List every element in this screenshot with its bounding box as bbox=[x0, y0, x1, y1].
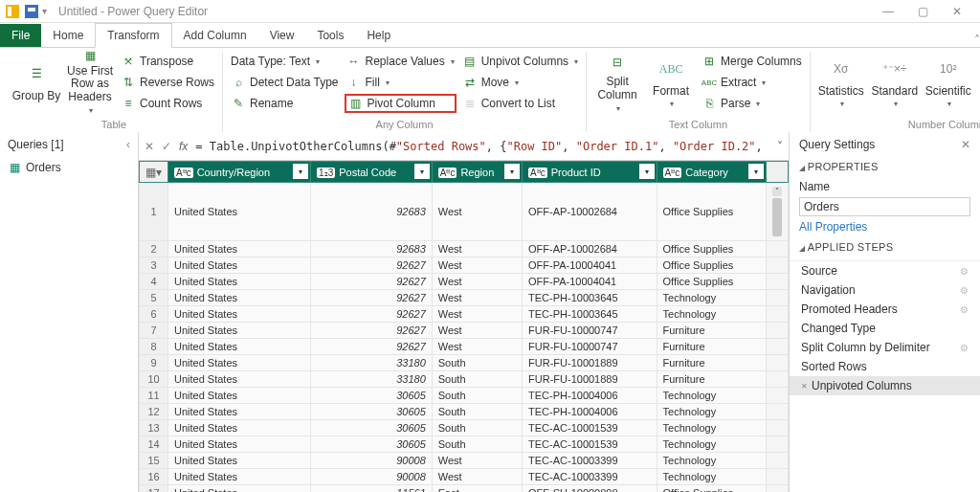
table-row[interactable]: 6United States92627WestTEC-PH-10003645Te… bbox=[140, 306, 789, 323]
merge-columns-button[interactable]: ⊞Merge Columns bbox=[700, 52, 804, 71]
row-corner[interactable]: ▦▾ bbox=[140, 162, 168, 183]
column-header[interactable]: AᴮcProduct ID▾ bbox=[523, 162, 657, 183]
cell[interactable]: Technology bbox=[657, 306, 766, 323]
scrollbar-track[interactable] bbox=[767, 469, 789, 485]
cell[interactable]: South bbox=[432, 371, 522, 388]
cell[interactable]: Furniture bbox=[657, 355, 766, 371]
cell[interactable]: FUR-FU-10001889 bbox=[523, 355, 657, 371]
row-number[interactable]: 4 bbox=[140, 274, 168, 290]
cell[interactable]: Technology bbox=[657, 469, 766, 485]
query-name-input[interactable] bbox=[799, 197, 970, 216]
cell[interactable]: East bbox=[432, 485, 522, 493]
cell[interactable]: West bbox=[432, 274, 522, 290]
cell[interactable]: United States bbox=[168, 339, 311, 355]
reverse-rows-button[interactable]: ⇅Reverse Rows bbox=[119, 73, 216, 92]
split-column-button[interactable]: ⊟Split Column bbox=[592, 52, 642, 113]
cell[interactable]: United States bbox=[168, 306, 311, 323]
column-header[interactable]: AᴮcRegion▾ bbox=[432, 162, 522, 183]
cell[interactable]: United States bbox=[168, 436, 311, 453]
scrollbar-track[interactable] bbox=[767, 339, 789, 355]
cell[interactable]: West bbox=[432, 469, 522, 485]
formula-input[interactable]: = Table.UnpivotOtherColumns(#"Sorted Row… bbox=[195, 140, 769, 153]
cell[interactable]: OFF-PA-10004041 bbox=[523, 274, 657, 290]
move-button[interactable]: ⇄Move bbox=[460, 73, 580, 92]
cell[interactable]: Office Supplies bbox=[657, 241, 766, 257]
applied-step[interactable]: ✕Unpivoted Columns bbox=[790, 376, 980, 395]
row-number[interactable]: 15 bbox=[140, 453, 168, 469]
cell[interactable]: South bbox=[432, 420, 522, 436]
cell[interactable]: TEC-AC-10001539 bbox=[523, 420, 657, 436]
gear-icon[interactable]: ⚙ bbox=[960, 343, 969, 353]
queries-collapse-icon[interactable]: ‹ bbox=[126, 138, 130, 151]
fill-button[interactable]: ↓Fill bbox=[345, 73, 457, 92]
row-number[interactable]: 1 bbox=[140, 183, 168, 241]
scrollbar-track[interactable] bbox=[767, 257, 789, 274]
cell[interactable]: 90008 bbox=[311, 469, 433, 485]
row-number[interactable]: 14 bbox=[140, 436, 168, 453]
cell[interactable]: United States bbox=[168, 183, 311, 241]
table-row[interactable]: 4United States92627WestOFF-PA-10004041Of… bbox=[140, 274, 789, 290]
scrollbar-track[interactable] bbox=[767, 323, 789, 339]
format-button[interactable]: ABCFormat bbox=[646, 52, 696, 113]
cell[interactable]: OFF-SU-10000898 bbox=[523, 485, 657, 493]
table-row[interactable]: 12United States30605SouthTEC-PH-10004006… bbox=[140, 404, 789, 420]
maximize-button[interactable]: ▢ bbox=[905, 1, 940, 22]
table-row[interactable]: 5United States92627WestTEC-PH-10003645Te… bbox=[140, 290, 789, 306]
row-number[interactable]: 7 bbox=[140, 323, 168, 339]
table-row[interactable]: 10United States33180SouthFUR-FU-10001889… bbox=[140, 371, 789, 388]
cell[interactable]: 30605 bbox=[311, 388, 433, 404]
scroll-thumb[interactable] bbox=[772, 198, 782, 236]
table-row[interactable]: 14United States30605SouthTEC-AC-10001539… bbox=[140, 436, 789, 453]
cell[interactable]: United States bbox=[168, 290, 311, 306]
cell[interactable]: TEC-PH-10003645 bbox=[523, 290, 657, 306]
row-number[interactable]: 8 bbox=[140, 339, 168, 355]
cell[interactable]: 92627 bbox=[311, 339, 433, 355]
scrollbar-track[interactable] bbox=[767, 404, 789, 420]
cell[interactable]: South bbox=[432, 404, 522, 420]
replace-values-button[interactable]: ↔Replace Values bbox=[345, 52, 457, 71]
table-row[interactable]: 17United States11561EastOFF-SU-10000898O… bbox=[140, 485, 789, 493]
cell[interactable]: West bbox=[432, 453, 522, 469]
scrollbar-track[interactable] bbox=[767, 436, 789, 453]
cell[interactable]: West bbox=[432, 339, 522, 355]
cell[interactable]: 30605 bbox=[311, 404, 433, 420]
column-header[interactable]: AᴮcCountry/Region▾ bbox=[168, 162, 311, 183]
cell[interactable]: Technology bbox=[657, 388, 766, 404]
all-properties-link[interactable]: All Properties bbox=[799, 220, 970, 234]
scrollbar-track[interactable] bbox=[767, 241, 789, 257]
query-item[interactable]: ▦Orders bbox=[0, 157, 138, 178]
formula-accept-icon[interactable]: ✓ bbox=[162, 140, 171, 153]
column-filter-icon[interactable]: ▾ bbox=[639, 164, 655, 179]
tab-transform[interactable]: Transform bbox=[95, 23, 171, 48]
cell[interactable]: FUR-FU-10000747 bbox=[523, 339, 657, 355]
column-header[interactable]: 1₂3Postal Code▾ bbox=[311, 162, 433, 183]
table-row[interactable]: 2United States92683WestOFF-AP-10002684Of… bbox=[140, 241, 789, 257]
scrollbar-track[interactable] bbox=[767, 306, 789, 323]
applied-step[interactable]: Navigation⚙ bbox=[790, 280, 980, 300]
cell[interactable]: 92683 bbox=[311, 241, 433, 257]
cell[interactable]: United States bbox=[168, 469, 311, 485]
applied-step[interactable]: Sorted Rows bbox=[790, 357, 980, 376]
applied-step[interactable]: Split Column by Delimiter⚙ bbox=[790, 338, 980, 357]
row-number[interactable]: 10 bbox=[140, 371, 168, 388]
cell[interactable]: Technology bbox=[657, 290, 766, 306]
count-rows-button[interactable]: ≡Count Rows bbox=[119, 94, 216, 113]
row-number[interactable]: 2 bbox=[140, 241, 168, 257]
cell[interactable]: West bbox=[432, 290, 522, 306]
cell[interactable]: OFF-AP-10002684 bbox=[523, 183, 657, 241]
scrollbar-track[interactable] bbox=[767, 355, 789, 371]
scrollbar-track[interactable] bbox=[767, 371, 789, 388]
cell[interactable]: United States bbox=[168, 420, 311, 436]
table-row[interactable]: 8United States92627WestFUR-FU-10000747Fu… bbox=[140, 339, 789, 355]
cell[interactable]: United States bbox=[168, 257, 311, 274]
row-number[interactable]: 3 bbox=[140, 257, 168, 274]
cell[interactable]: TEC-PH-10004006 bbox=[523, 404, 657, 420]
cell[interactable]: 92627 bbox=[311, 306, 433, 323]
properties-section-title[interactable]: PROPERTIES bbox=[790, 157, 980, 176]
formula-expand-icon[interactable]: ˅ bbox=[777, 140, 783, 153]
tab-home[interactable]: Home bbox=[41, 24, 95, 47]
cell[interactable]: OFF-PA-10004041 bbox=[523, 257, 657, 274]
row-number[interactable]: 13 bbox=[140, 420, 168, 436]
gear-icon[interactable]: ⚙ bbox=[960, 266, 969, 277]
applied-step[interactable]: Source⚙ bbox=[790, 261, 980, 280]
